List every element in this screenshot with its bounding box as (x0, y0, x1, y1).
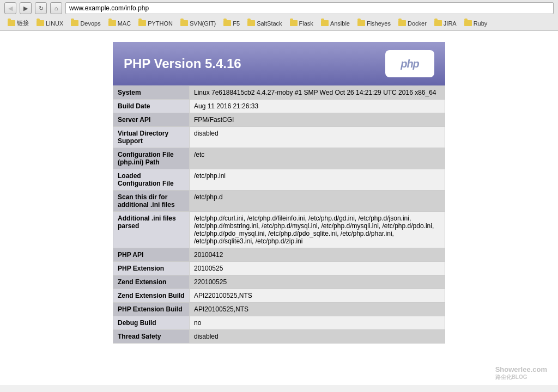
row-label: System (113, 86, 190, 100)
row-label: Virtual Directory Support (113, 127, 190, 148)
row-value: /etc/php.ini (190, 169, 445, 191)
bookmark-label: Ruby (474, 20, 488, 27)
row-value: /etc/php.d/curl.ini, /etc/php.d/fileinfo… (190, 212, 445, 248)
folder-icon (108, 20, 116, 26)
table-row: SystemLinux 7e6188415cb2 4.4.27-moby #1 … (113, 86, 445, 100)
bookmark-label: SaltStack (257, 20, 282, 27)
folder-icon (321, 20, 329, 26)
row-value: /etc/php.d (190, 191, 445, 212)
table-row: PHP Extension BuildAPI20100525,NTS (113, 303, 445, 316)
bookmark-devops[interactable]: Devops (68, 19, 104, 28)
bookmark-label: Flask (299, 20, 313, 27)
bookmark-ansible[interactable]: Ansible (318, 19, 353, 28)
table-row: Scan this dir for additional .ini files/… (113, 191, 445, 212)
row-label: PHP Extension (113, 262, 190, 275)
bookmark-docker[interactable]: Docker (395, 19, 430, 28)
folder-icon (247, 20, 255, 26)
folder-icon (138, 20, 146, 26)
table-row: Zend Extension BuildAPI220100525,NTS (113, 289, 445, 303)
folder-icon (357, 20, 365, 26)
table-row: PHP API20100412 (113, 248, 445, 262)
row-label: PHP API (113, 248, 190, 262)
row-label: Configuration File (php.ini) Path (113, 148, 190, 169)
row-value: 220100525 (190, 275, 445, 289)
bookmark-label: Fisheyes (367, 20, 391, 27)
table-row: Loaded Configuration File/etc/php.ini (113, 169, 445, 191)
bookmark-label: 链接 (17, 19, 29, 27)
bookmark-label: F5 (233, 20, 240, 27)
folder-icon (464, 20, 472, 26)
bookmark-label: LINUX (46, 20, 63, 27)
bookmark-saltstack[interactable]: SaltStack (244, 19, 285, 28)
address-bar[interactable] (65, 2, 554, 14)
row-value: API220100525,NTS (190, 289, 445, 303)
row-value: disabled (190, 330, 445, 344)
bookmark-label: Docker (408, 20, 427, 27)
browser-chrome: ◀ ▶ ↻ ⌂ 链接LINUXDevopsMACPYTHONSVN(GIT)F5… (0, 0, 558, 31)
table-row: Virtual Directory Supportdisabled (113, 127, 445, 148)
bookmark-label: SVN(GIT) (190, 20, 216, 27)
row-value: FPM/FastCGI (190, 113, 445, 127)
table-row: Zend Extension220100525 (113, 275, 445, 289)
bookmark-label: PYTHON (148, 20, 173, 27)
back-button[interactable]: ◀ (4, 2, 16, 14)
bookmark-python[interactable]: PYTHON (135, 19, 176, 28)
reload-button[interactable]: ↻ (35, 2, 47, 14)
row-value: Aug 11 2016 21:26:33 (190, 100, 445, 113)
table-row: Debug Buildno (113, 316, 445, 330)
forward-button[interactable]: ▶ (20, 2, 32, 14)
table-row: Server APIFPM/FastCGI (113, 113, 445, 127)
row-value: API20100525,NTS (190, 303, 445, 316)
bookmark-fisheyes[interactable]: Fisheyes (354, 19, 394, 28)
folder-icon (71, 20, 78, 26)
folder-icon (37, 20, 44, 26)
bookmark-linux[interactable]: LINUX (33, 19, 66, 28)
table-row: Thread Safetydisabled (113, 330, 445, 344)
bookmark-ruby[interactable]: Ruby (461, 19, 491, 28)
row-label: Additional .ini files parsed (113, 212, 190, 248)
bookmark-svngit[interactable]: SVN(GIT) (177, 19, 219, 28)
row-value: disabled (190, 127, 445, 148)
row-label: Loaded Configuration File (113, 169, 190, 191)
row-value: 20100412 (190, 248, 445, 262)
row-value: /etc (190, 148, 445, 169)
row-label: Zend Extension (113, 275, 190, 289)
browser-toolbar: ◀ ▶ ↻ ⌂ (0, 0, 558, 16)
bookmark-label: Ansible (330, 20, 350, 27)
folder-icon (8, 20, 15, 26)
php-version-title: PHP Version 5.4.16 (124, 56, 241, 71)
row-label: Debug Build (113, 316, 190, 330)
table-row: Build DateAug 11 2016 21:26:33 (113, 100, 445, 113)
row-label: PHP Extension Build (113, 303, 190, 316)
bookmark-mac[interactable]: MAC (105, 19, 134, 28)
folder-icon (434, 20, 442, 26)
bookmark-label: JIRA (444, 20, 457, 27)
table-row: PHP Extension20100525 (113, 262, 445, 275)
bookmark-f5[interactable]: F5 (220, 19, 243, 28)
folder-icon (223, 20, 231, 26)
php-info-container: PHP Version 5.4.16 php SystemLinux 7e618… (113, 42, 445, 374)
row-value: no (190, 316, 445, 330)
bookmark-flask[interactable]: Flask (287, 19, 317, 28)
bookmark-links[interactable]: 链接 (4, 18, 32, 28)
folder-icon (290, 20, 298, 26)
row-value: Linux 7e6188415cb2 4.4.27-moby #1 SMP We… (190, 86, 445, 100)
folder-icon (180, 20, 188, 26)
row-label: Build Date (113, 100, 190, 113)
table-row: Configuration File (php.ini) Path/etc (113, 148, 445, 169)
php-info-table: SystemLinux 7e6188415cb2 4.4.27-moby #1 … (113, 85, 445, 344)
home-button[interactable]: ⌂ (50, 2, 62, 14)
bookmarks-bar: 链接LINUXDevopsMACPYTHONSVN(GIT)F5SaltStac… (0, 16, 558, 30)
row-label: Server API (113, 113, 190, 127)
bookmark-label: MAC (118, 20, 131, 27)
row-label: Zend Extension Build (113, 289, 190, 303)
row-label: Scan this dir for additional .ini files (113, 191, 190, 212)
row-label: Thread Safety (113, 330, 190, 344)
php-logo: php (385, 50, 434, 77)
folder-icon (398, 20, 406, 26)
table-row: Additional .ini files parsed/etc/php.d/c… (113, 212, 445, 248)
row-value: 20100525 (190, 262, 445, 275)
bookmark-label: Devops (80, 20, 100, 27)
php-header: PHP Version 5.4.16 php (113, 42, 445, 85)
bookmark-jira[interactable]: JIRA (431, 19, 460, 28)
